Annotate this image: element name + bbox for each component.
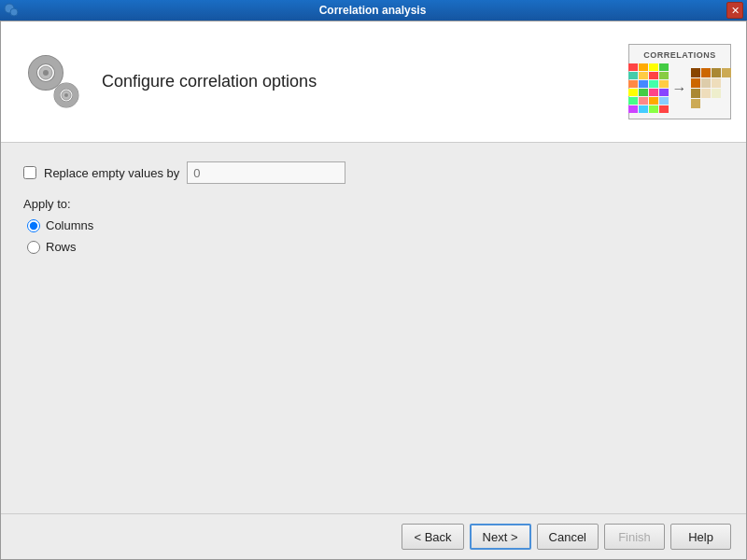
page-title: Configure correlation options (102, 72, 317, 91)
svg-rect-31 (701, 89, 711, 98)
content-area: Replace empty values by Apply to: Column… (1, 143, 746, 513)
replace-empty-row: Replace empty values by (23, 161, 724, 184)
gears-icon (16, 45, 91, 119)
header-left: Configure correlation options (16, 45, 317, 119)
svg-rect-23 (691, 68, 700, 77)
columns-label[interactable]: Columns (46, 218, 93, 232)
svg-rect-30 (691, 89, 700, 98)
svg-rect-32 (712, 89, 721, 98)
cancel-button[interactable]: Cancel (537, 524, 599, 550)
replace-value-input[interactable] (187, 161, 345, 184)
next-button[interactable]: Next > (470, 524, 531, 550)
correlations-visual: → (628, 63, 732, 113)
arrow-icon: → (672, 80, 687, 97)
apply-to-label: Apply to: (23, 197, 724, 211)
svg-rect-26 (722, 68, 731, 77)
close-button[interactable]: ✕ (726, 2, 743, 19)
titlebar: Correlation analysis ✕ (0, 0, 747, 21)
svg-point-1 (10, 8, 18, 16)
finish-button[interactable]: Finish (604, 524, 665, 550)
svg-rect-25 (712, 68, 721, 77)
correlations-label: Correlations (643, 50, 715, 60)
replace-empty-label[interactable]: Replace empty values by (44, 166, 179, 180)
header-area: Configure correlation options Correlatio… (1, 21, 746, 143)
svg-rect-33 (691, 99, 700, 108)
apply-to-section: Apply to: Columns Rows (23, 197, 724, 254)
triangle-matrix (691, 68, 732, 109)
svg-rect-27 (691, 78, 700, 88)
svg-point-22 (64, 93, 68, 97)
main-window: Configure correlation options Correlatio… (0, 21, 747, 560)
svg-rect-29 (712, 78, 721, 88)
rows-label[interactable]: Rows (46, 240, 77, 254)
svg-point-14 (43, 70, 49, 76)
back-button[interactable]: < Back (402, 524, 463, 550)
replace-empty-checkbox[interactable] (23, 166, 36, 179)
app-icon (4, 3, 19, 18)
correlations-thumbnail: Correlations (628, 44, 731, 119)
rows-radio[interactable] (27, 241, 40, 254)
columns-radio-row: Columns (23, 218, 724, 232)
footer: < Back Next > Cancel Finish Help (1, 513, 746, 559)
rows-radio-row: Rows (23, 240, 724, 254)
help-button[interactable]: Help (670, 524, 731, 550)
window-title: Correlation analysis (19, 4, 726, 17)
svg-rect-28 (701, 78, 711, 88)
heatmap-grid (628, 63, 669, 113)
columns-radio[interactable] (27, 219, 40, 232)
svg-rect-24 (701, 68, 711, 77)
